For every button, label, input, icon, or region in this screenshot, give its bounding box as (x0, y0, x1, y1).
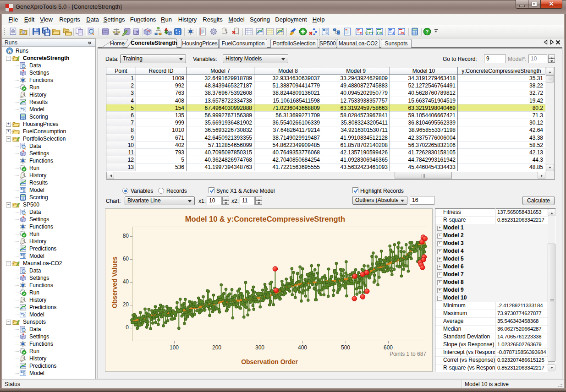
svg-text:C#: C# (377, 30, 383, 35)
svg-text:?: ? (136, 30, 138, 35)
svg-text:J: J (392, 30, 394, 35)
svg-text:c: c (360, 30, 362, 35)
svg-text:?: ? (426, 29, 429, 34)
svg-text:C++: C++ (365, 30, 374, 35)
svg-text:Js: Js (400, 30, 405, 35)
